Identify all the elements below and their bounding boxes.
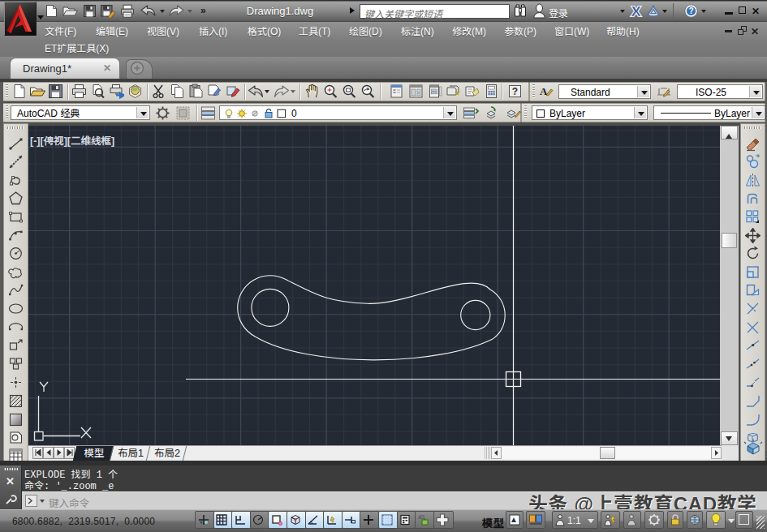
svg-text:?: ?	[688, 6, 693, 15]
svg-text:?: ?	[512, 86, 518, 97]
svg-text:[-][俜视][二维线框]: [-][俜视][二维线框]	[30, 135, 114, 147]
